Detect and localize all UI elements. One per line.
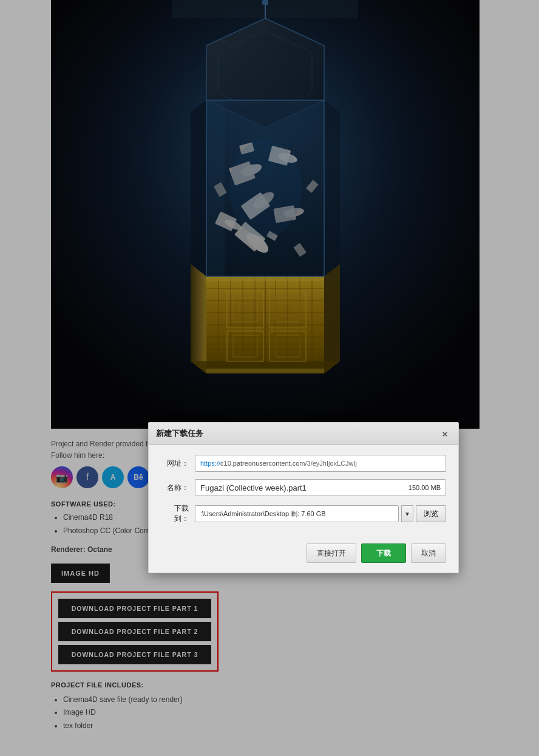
download-part1-button[interactable]: DOWNLOAD PROJECT FILE PART 1 <box>58 599 211 618</box>
artstation-icon[interactable]: A <box>102 466 124 488</box>
dialog-file-name: Fugazi (Collective week).part1 <box>200 483 307 492</box>
download-part3-button[interactable]: DOWNLOAD PROJECT FILE PART 3 <box>58 645 211 664</box>
dialog-file-size: 150.00 MB <box>408 484 441 491</box>
dialog-title: 新建下载任务 <box>156 428 203 439</box>
dialog-url-row: 网址： https://c10.patreonusercontent.com/3… <box>161 455 446 472</box>
image-hd-button[interactable]: IMAGE HD <box>51 564 110 583</box>
facebook-icon[interactable]: f <box>76 466 98 488</box>
svg-marker-10 <box>324 100 340 276</box>
dialog-close-button[interactable]: × <box>439 427 451 440</box>
project-info-line1: Project and Render provided by <box>51 440 154 448</box>
dialog-cancel-button[interactable]: 取消 <box>411 543 446 563</box>
dialog-path-row: :\Users\Administrator\Desktop 剩: 7.60 GB… <box>195 505 446 522</box>
svg-point-29 <box>229 140 302 237</box>
url-prefix: https:// <box>200 460 220 467</box>
dialog-path-input[interactable]: :\Users\Administrator\Desktop 剩: 7.60 GB <box>195 505 399 522</box>
renderer-label: Renderer: <box>51 545 87 554</box>
dialog-download-button[interactable]: 下载 <box>361 543 406 563</box>
dialog-footer: 直接打开 下载 取消 <box>149 541 458 573</box>
svg-marker-31 <box>191 264 206 373</box>
dialog-open-direct-button[interactable]: 直接打开 <box>307 543 356 563</box>
dialog-name-field[interactable]: Fugazi (Collective week).part1 150.00 MB <box>195 479 446 496</box>
dialog-path-dropdown[interactable]: ▼ <box>401 505 413 522</box>
dialog-url-input[interactable]: https://c10.patreonusercontent.com/3/eyJ… <box>195 455 446 472</box>
dialog-url-label: 网址： <box>161 458 189 469</box>
project-file-includes-label: PROJECT FILE INCLUDES: <box>51 681 488 689</box>
includes-list: Cinema4D save file (ready to render) Ima… <box>51 693 488 733</box>
download-buttons-group: DOWNLOAD PROJECT FILE PART 1 DOWNLOAD PR… <box>51 591 219 672</box>
dialog-titlebar: 新建下载任务 × <box>149 423 458 445</box>
includes-item-2: Image HD <box>63 706 488 720</box>
includes-item-1: Cinema4D save file (ready to render) <box>63 693 488 707</box>
download-part2-button[interactable]: DOWNLOAD PROJECT FILE PART 2 <box>58 622 211 641</box>
svg-marker-9 <box>191 100 206 276</box>
dialog-save-path-text: :\Users\Administrator\Desktop 剩: 7.60 GB <box>200 509 326 519</box>
dialog-body: 网址： https://c10.patreonusercontent.com/3… <box>149 445 458 541</box>
project-info-line2: Follow him here: <box>51 451 104 460</box>
hero-image <box>51 0 480 429</box>
dialog-browse-button[interactable]: 浏览 <box>416 505 446 522</box>
includes-item-3: tex folder <box>63 720 488 733</box>
url-path: /3/eyJhIjoxLCJwIj <box>305 460 357 467</box>
svg-rect-50 <box>206 276 324 281</box>
dialog-save-row: 下载到： :\Users\Administrator\Desktop 剩: 7.… <box>161 503 446 524</box>
svg-rect-51 <box>206 369 324 373</box>
url-suffix: c10.patreonusercontent.com <box>220 460 305 467</box>
svg-marker-32 <box>324 264 340 373</box>
behance-icon[interactable]: Bē <box>127 466 149 488</box>
dialog-save-label: 下载到： <box>161 503 189 524</box>
renderer-value: Octane <box>87 545 112 554</box>
instagram-icon[interactable]: 📷 <box>51 466 73 488</box>
download-dialog: 新建下载任务 × 网址： https://c10.patreonusercont… <box>148 422 459 573</box>
dialog-name-label: 名称： <box>161 483 189 493</box>
svg-rect-7 <box>262 0 268 5</box>
dialog-name-row: 名称： Fugazi (Collective week).part1 150.0… <box>161 479 446 496</box>
